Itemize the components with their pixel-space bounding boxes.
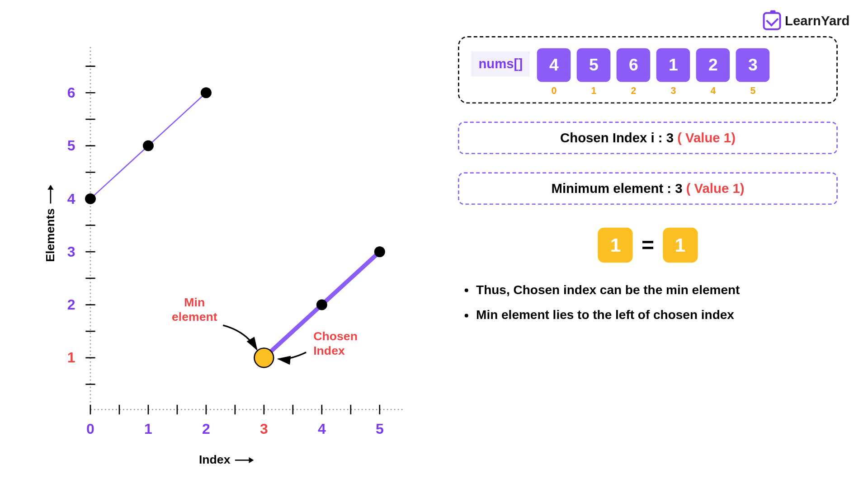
svg-text:1: 1 [67, 349, 75, 366]
logo-icon [763, 12, 781, 30]
svg-point-45 [255, 348, 274, 367]
y-axis-label: Elements [43, 186, 57, 262]
list-item: 13 [656, 48, 690, 97]
chosen-index-box: Chosen Index i : 3 ( Value 1) [458, 122, 838, 154]
svg-text:4: 4 [67, 191, 75, 207]
svg-text:3: 3 [260, 421, 268, 437]
svg-text:3: 3 [67, 244, 75, 260]
array-label: nums[] [471, 51, 530, 76]
equation: 1 = 1 [458, 228, 838, 263]
svg-point-39 [85, 193, 96, 204]
minimum-element-box: Minimum element : 3 ( Value 1) [458, 172, 838, 205]
list-item: 35 [736, 48, 770, 97]
eq-right: 1 [663, 228, 698, 263]
svg-point-40 [143, 141, 154, 151]
svg-text:2: 2 [67, 296, 75, 313]
svg-point-44 [374, 246, 385, 257]
chosen-index-label: ChosenIndex [313, 329, 358, 358]
list-item: 40 [537, 48, 571, 97]
list-item: 24 [696, 48, 730, 97]
min-element-label: Minelement [172, 295, 217, 324]
logo-text: LearnYard [785, 13, 849, 29]
array-box: nums[] 40 51 62 13 24 35 [458, 36, 838, 103]
notes-list: Thus, Chosen index can be the min elemen… [458, 280, 838, 325]
svg-text:0: 0 [86, 421, 94, 437]
svg-text:1: 1 [144, 421, 152, 437]
right-panel: nums[] 40 51 62 13 24 35 Chosen Index i … [458, 36, 838, 329]
svg-point-41 [201, 87, 212, 98]
svg-text:2: 2 [202, 421, 210, 437]
array-cells: 40 51 62 13 24 35 [537, 48, 770, 97]
svg-text:4: 4 [318, 421, 326, 437]
chart-svg: 0 1 2 3 4 5 1 2 3 4 5 6 [18, 24, 440, 469]
list-item: Thus, Chosen index can be the min elemen… [476, 280, 838, 300]
x-axis-label: Index [199, 453, 253, 467]
svg-point-43 [316, 300, 327, 310]
eq-left: 1 [598, 228, 633, 263]
chart: 0 1 2 3 4 5 1 2 3 4 5 6 Minelement Chose… [18, 24, 440, 469]
eq-sign: = [642, 233, 654, 258]
logo: LearnYard [763, 12, 849, 30]
list-item: Min element lies to the left of chosen i… [476, 305, 838, 325]
svg-text:6: 6 [67, 84, 75, 101]
svg-text:5: 5 [376, 421, 384, 437]
list-item: 62 [617, 48, 651, 97]
svg-text:5: 5 [67, 137, 75, 154]
list-item: 51 [577, 48, 611, 97]
